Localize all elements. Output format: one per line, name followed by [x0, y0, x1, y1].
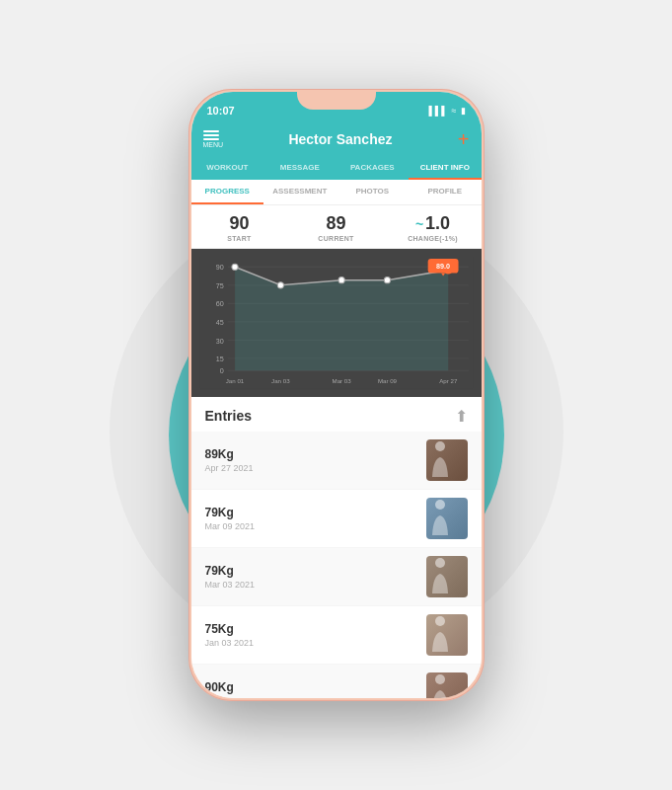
entry-date: Jan 01 2021 [205, 696, 255, 698]
app-header: MENU Hector Sanchez + [191, 123, 482, 157]
svg-point-30 [435, 500, 445, 510]
wifi-icon: ≈ [452, 106, 457, 116]
svg-point-19 [384, 277, 390, 283]
current-label: CURRENT [288, 235, 385, 242]
entry-date: Mar 03 2021 [205, 580, 256, 590]
battery-icon: ▮ [461, 106, 466, 116]
entry-date: Apr 27 2021 [205, 463, 254, 473]
entry-weight: 75Kg [205, 622, 255, 636]
entry-info: 79Kg Mar 09 2021 [205, 506, 256, 531]
progress-chart: 90 75 60 45 30 15 0 [199, 257, 474, 389]
entry-item: 79Kg Mar 03 2021 [191, 548, 482, 606]
stat-start: 90 START [191, 213, 288, 242]
entry-info: 79Kg Mar 03 2021 [205, 564, 256, 590]
svg-text:Mar 09: Mar 09 [377, 377, 397, 384]
stat-current: 89 CURRENT [288, 213, 385, 242]
svg-text:45: 45 [215, 318, 223, 327]
svg-text:Jan 01: Jan 01 [225, 377, 244, 384]
entry-info: 89Kg Apr 27 2021 [205, 447, 254, 473]
svg-text:Mar 03: Mar 03 [332, 377, 351, 384]
svg-point-29 [435, 441, 445, 451]
svg-text:30: 30 [215, 337, 223, 346]
stats-row: 90 START 89 CURRENT ~ 1.0 CHANGE(-1%) [191, 205, 482, 249]
entry-weight: 79Kg [205, 506, 256, 519]
svg-text:Jan 03: Jan 03 [271, 377, 290, 384]
svg-text:0: 0 [219, 366, 223, 375]
entry-weight: 90Kg [205, 680, 255, 694]
tab-packages[interactable]: PACKAGES [336, 157, 410, 180]
chart-container: 90 75 60 45 30 15 0 [191, 249, 482, 397]
entry-weight: 89Kg [205, 447, 254, 461]
svg-point-31 [435, 558, 445, 568]
entry-item: 90Kg Jan 01 2021 [191, 665, 482, 698]
signal-icon: ▌▌▌ [428, 106, 447, 116]
notch [297, 92, 376, 110]
entry-item: 89Kg Apr 27 2021 [191, 432, 482, 490]
entry-date: Jan 03 2021 [205, 638, 255, 648]
entry-photo[interactable] [426, 498, 468, 539]
share-icon[interactable]: ⬆ [455, 407, 468, 426]
svg-text:90: 90 [215, 263, 223, 272]
svg-text:89.0: 89.0 [436, 262, 450, 271]
change-label: CHANGE(-1%) [385, 235, 482, 242]
entry-weight: 79Kg [205, 564, 256, 578]
svg-text:15: 15 [215, 355, 223, 363]
svg-point-16 [231, 264, 237, 270]
trend-icon: ~ [415, 216, 423, 232]
current-value: 89 [288, 213, 385, 234]
subtab-assessment[interactable]: ASSESSMENT [263, 180, 336, 204]
entries-title: Entries [205, 408, 252, 424]
tab-message[interactable]: MESSAGE [263, 157, 336, 180]
entry-photo[interactable] [426, 556, 468, 597]
start-value: 90 [191, 213, 288, 234]
change-value: 1.0 [425, 213, 450, 234]
entry-photo[interactable] [426, 672, 468, 698]
nav-tabs: WORKOUT MESSAGE PACKAGES CLIENT INFO [191, 157, 482, 180]
hamburger-icon [203, 130, 224, 140]
entry-photo[interactable] [426, 439, 468, 481]
phone-shell: 10:07 ▌▌▌ ≈ ▮ MENU Hector Sanchez + [188, 89, 485, 701]
subtab-photos[interactable]: PHOTOS [336, 180, 410, 204]
scene: 10:07 ▌▌▌ ≈ ▮ MENU Hector Sanchez + [0, 0, 672, 790]
subtab-progress[interactable]: PROGRESS [191, 180, 264, 204]
tab-client-info[interactable]: CLIENT INFO [409, 157, 482, 180]
entries-header: Entries ⬆ [191, 397, 482, 432]
svg-text:60: 60 [215, 299, 223, 308]
start-label: START [191, 235, 288, 242]
status-icons: ▌▌▌ ≈ ▮ [428, 106, 465, 116]
tab-workout[interactable]: WORKOUT [191, 157, 264, 180]
header-title: Hector Sanchez [288, 131, 392, 147]
phone-screen: 10:07 ▌▌▌ ≈ ▮ MENU Hector Sanchez + [191, 92, 482, 698]
svg-point-18 [338, 277, 344, 283]
menu-button[interactable]: MENU [203, 130, 224, 148]
status-time: 10:07 [207, 105, 235, 117]
entry-info: 75Kg Jan 03 2021 [205, 622, 255, 648]
entry-date: Mar 09 2021 [205, 521, 256, 531]
status-bar: 10:07 ▌▌▌ ≈ ▮ [191, 92, 482, 123]
stat-change: ~ 1.0 CHANGE(-1%) [385, 213, 482, 242]
svg-text:75: 75 [215, 281, 223, 290]
sub-tabs: PROGRESS ASSESSMENT PHOTOS PROFILE [191, 180, 482, 205]
change-value-row: ~ 1.0 [385, 213, 482, 234]
svg-point-17 [277, 282, 283, 288]
entry-info: 90Kg Jan 01 2021 [205, 680, 255, 698]
entries-section: Entries ⬆ 89Kg Apr 27 2021 [191, 397, 482, 698]
entry-photo[interactable] [426, 614, 468, 656]
add-button[interactable]: + [458, 129, 470, 149]
svg-text:Apr 27: Apr 27 [439, 377, 458, 384]
subtab-profile[interactable]: PROFILE [409, 180, 482, 204]
entry-item: 75Kg Jan 03 2021 [191, 606, 482, 665]
menu-label: MENU [203, 141, 224, 148]
svg-point-32 [435, 616, 445, 626]
entry-item: 79Kg Mar 09 2021 [191, 490, 482, 548]
svg-point-33 [435, 674, 445, 684]
